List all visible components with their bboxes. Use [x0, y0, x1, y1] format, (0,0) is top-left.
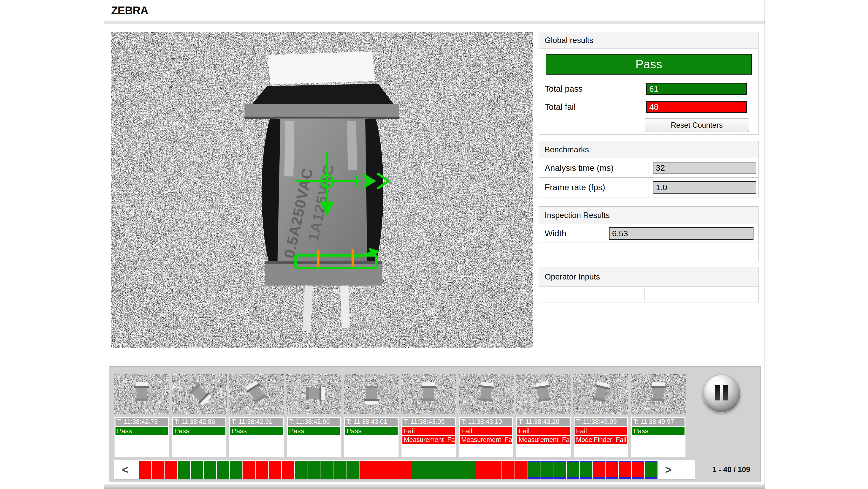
thumbnail-timestamp: T: 11:38:42.73 — [116, 418, 168, 426]
history-segment-pass[interactable] — [320, 461, 333, 479]
history-segment-pass[interactable] — [307, 461, 320, 479]
history-segment-pass[interactable] — [411, 461, 424, 479]
history-segment-fail[interactable] — [243, 461, 255, 479]
history-segment-fail[interactable] — [372, 461, 385, 479]
history-segment-fail[interactable] — [619, 461, 631, 479]
result-history-bar[interactable] — [139, 461, 657, 479]
global-results-title: Global results — [539, 32, 758, 49]
global-status-banner: Pass — [546, 54, 752, 75]
filmstrip-item[interactable]: T: 11:38:43.05FailMeasurement_Fail — [401, 374, 456, 457]
width-value: 6.53 — [609, 227, 753, 240]
filmstrip-navbar: < > — [114, 460, 695, 480]
caliper-tick-right — [351, 249, 354, 267]
thumbnail-info: T: 11:38:43.01Pass — [344, 416, 399, 457]
thumbnail-image[interactable] — [114, 374, 169, 414]
operator-inputs-panel: Operator Inputs — [539, 267, 758, 303]
thumbnail-status: Pass — [345, 427, 398, 435]
history-segment-pass[interactable] — [541, 461, 554, 479]
history-segment-pass[interactable] — [217, 461, 229, 479]
history-segment-fail[interactable] — [255, 461, 268, 479]
history-segment-pass[interactable] — [334, 461, 346, 479]
history-segment-fail[interactable] — [606, 461, 618, 479]
operator-inputs-title: Operator Inputs — [539, 267, 758, 287]
history-segment-pass[interactable] — [204, 461, 216, 479]
history-segment-fail[interactable] — [152, 461, 164, 479]
next-page-button[interactable]: > — [659, 460, 678, 479]
thumbnail-image[interactable] — [344, 374, 399, 414]
history-segment-pass[interactable] — [178, 461, 190, 479]
history-segment-pass[interactable] — [437, 461, 450, 479]
thumbnail-timestamp: T: 11:38:49.09 — [575, 418, 627, 426]
history-segment-pass[interactable] — [528, 461, 540, 479]
chevron-right-icon: > — [665, 463, 672, 476]
filmstrip-item[interactable]: T: 11:38:42.96Pass — [286, 374, 341, 457]
thumbnail-fail-reason: Measurement_Fail — [402, 436, 455, 444]
total-pass-value: 61 — [646, 83, 747, 95]
caliper-tick-left — [317, 250, 319, 267]
thumbnail-status: Fail — [460, 427, 513, 435]
filmstrip-item[interactable]: T: 11:38:43.20FailMeasurement_Fail — [516, 374, 571, 457]
history-segment-fail[interactable] — [489, 461, 502, 479]
filmstrip-item[interactable]: T: 11:38:42.73Pass — [114, 374, 169, 457]
window-bottom-edge — [104, 484, 765, 489]
history-segment-fail[interactable] — [593, 461, 606, 479]
history-segment-pass[interactable] — [554, 461, 567, 479]
history-segment-pass[interactable] — [230, 461, 242, 479]
total-pass-label: Total pass — [539, 80, 642, 98]
inspection-results-panel: Inspection Results Width 6.53 — [539, 206, 758, 261]
width-label: Width — [539, 224, 605, 242]
history-segment-pass[interactable] — [645, 461, 657, 479]
thumbnail-image[interactable] — [229, 374, 284, 414]
thumbnail-timestamp: T: 11:38:49.97 — [632, 418, 684, 426]
history-segment-pass[interactable] — [424, 461, 437, 479]
thumbnail-image[interactable] — [459, 374, 514, 414]
history-segment-fail[interactable] — [282, 461, 294, 479]
history-segment-pass[interactable] — [450, 461, 463, 479]
history-cursor — [657, 461, 658, 479]
filmstrip-item[interactable]: T: 11:38:42.91Pass — [229, 374, 284, 457]
filmstrip-item[interactable]: T: 11:38:42.86Pass — [172, 374, 227, 457]
history-segment-fail[interactable] — [502, 461, 515, 479]
pause-button[interactable] — [703, 375, 741, 413]
thumbnail-image[interactable] — [574, 374, 628, 414]
history-segment-fail[interactable] — [385, 461, 398, 479]
total-fail-value: 48 — [646, 101, 747, 113]
prev-page-button[interactable]: < — [116, 460, 135, 479]
range-label: 1 - 40 / 109 — [700, 460, 763, 480]
history-segment-pass[interactable] — [567, 461, 579, 479]
thumbnail-image[interactable] — [401, 374, 456, 414]
thumbnail-info: T: 11:38:49.09FailModelFinder_Fail — [574, 416, 628, 457]
zebra-logo: ZEBRA — [111, 4, 148, 17]
history-segment-fail[interactable] — [139, 461, 151, 479]
history-segment-pass[interactable] — [463, 461, 476, 479]
reset-counters-button[interactable]: Reset Counters — [645, 118, 749, 132]
history-segment-pass[interactable] — [346, 461, 359, 479]
history-segment-fail[interactable] — [398, 461, 411, 479]
history-segment-fail[interactable] — [632, 461, 644, 479]
thumbnail-image[interactable] — [286, 374, 341, 414]
history-segment-fail[interactable] — [360, 461, 372, 479]
history-segment-fail[interactable] — [515, 461, 528, 479]
thumbnail-info: T: 11:38:42.91Pass — [229, 416, 284, 457]
filmstrip-item[interactable]: T: 11:38:49.09FailModelFinder_Fail — [574, 374, 628, 457]
analysis-time-label: Analysis time (ms) — [539, 158, 649, 177]
thumbnail-image[interactable] — [631, 374, 686, 414]
thumbnail-image[interactable] — [172, 374, 227, 414]
history-segment-pass[interactable] — [294, 461, 307, 479]
thumbnail-info: T: 11:38:43.05FailMeasurement_Fail — [401, 416, 456, 457]
thumbnail-timestamp: T: 11:38:42.91 — [230, 418, 283, 426]
thumbnail-fail-reason: ModelFinder_Fail — [575, 436, 627, 444]
history-segment-pass[interactable] — [191, 461, 203, 479]
thumbnail-status: Fail — [402, 427, 455, 435]
history-segment-fail[interactable] — [476, 461, 489, 479]
thumbnail-timestamp: T: 11:38:43.20 — [517, 418, 570, 426]
history-segment-pass[interactable] — [580, 461, 592, 479]
thumbnail-image[interactable] — [516, 374, 571, 414]
camera-view[interactable]: 0.5A250VAC 1A125VAC — [111, 32, 533, 348]
filmstrip-item[interactable]: T: 11:38:49.97Pass — [631, 374, 686, 457]
filmstrip-item[interactable]: T: 11:38:43.10FailMeasurement_Fail — [459, 374, 514, 457]
history-segment-fail[interactable] — [165, 461, 178, 479]
filmstrip-item[interactable]: T: 11:38:43.01Pass — [344, 374, 399, 457]
history-segment-fail[interactable] — [269, 461, 281, 479]
thumbnail-timestamp: T: 11:38:43.05 — [402, 418, 455, 426]
